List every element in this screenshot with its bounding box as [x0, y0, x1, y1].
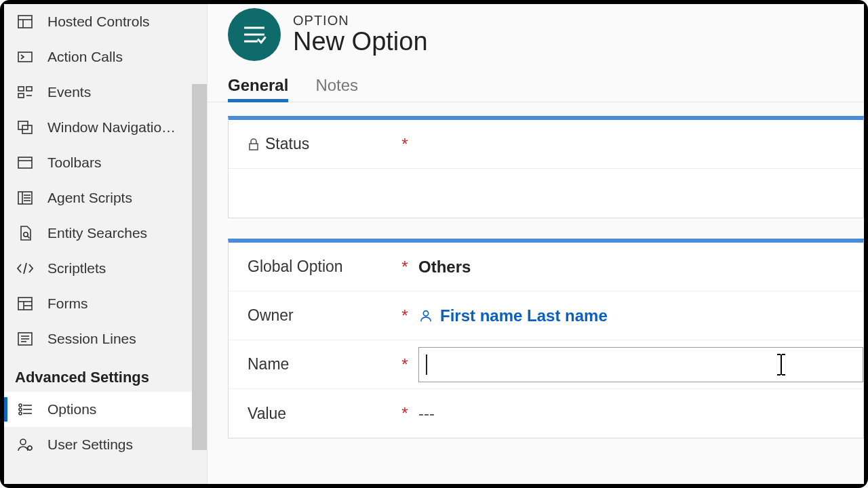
sidebar-list: Hosted Controls Action Calls Events Wind… [4, 4, 207, 357]
sidebar-item-label: Action Calls [47, 49, 123, 65]
svg-rect-5 [26, 87, 32, 91]
sidebar-item-options[interactable]: Options [4, 392, 207, 427]
panel-details: Global Option * Others Owner * First nam… [228, 239, 864, 439]
required-marker: * [395, 258, 414, 277]
sidebar-item-session-lines[interactable]: Session Lines [4, 321, 207, 357]
field-row-owner: Owner * First name Last name [229, 291, 863, 340]
sidebar-item-toolbars[interactable]: Toolbars [4, 145, 207, 180]
field-label-value: Value [248, 405, 395, 423]
field-label-global-option: Global Option [248, 258, 395, 276]
field-label-text: Status [265, 135, 309, 153]
svg-point-32 [19, 412, 22, 415]
field-row-global-option: Global Option * Others [229, 243, 863, 291]
svg-point-28 [19, 404, 22, 407]
svg-rect-4 [18, 87, 24, 91]
field-label-owner: Owner [248, 306, 395, 325]
sidebar-item-label: Events [47, 84, 91, 100]
svg-point-17 [24, 232, 28, 237]
sidebar-item-action-calls[interactable]: Action Calls [4, 39, 207, 75]
field-value-owner[interactable]: First name Last name [414, 306, 863, 325]
sidebar: Hosted Controls Action Calls Events Wind… [4, 4, 208, 484]
action-calls-icon [16, 49, 34, 65]
svg-point-30 [19, 408, 22, 411]
tabs: General Notes [208, 72, 864, 102]
required-marker: * [395, 404, 414, 423]
scriptlets-icon [16, 260, 34, 277]
svg-rect-6 [18, 94, 24, 98]
field-row-value: Value * --- [229, 389, 863, 438]
sidebar-item-label: Toolbars [47, 155, 101, 171]
name-input[interactable] [418, 347, 863, 382]
sidebar-item-label: Agent Scripts [47, 190, 132, 206]
session-lines-icon [16, 331, 34, 347]
sidebar-item-window-navigation[interactable]: Window Navigatio… [4, 110, 207, 145]
panel-status: Status * [228, 116, 864, 218]
required-marker: * [395, 355, 414, 374]
text-cursor-icon [774, 353, 788, 376]
sidebar-item-label: Scriptlets [47, 260, 106, 277]
sidebar-item-events[interactable]: Events [4, 75, 207, 110]
text-caret [426, 354, 427, 375]
svg-point-34 [20, 439, 26, 445]
sidebar-item-forms[interactable]: Forms [4, 286, 207, 321]
agent-scripts-icon [16, 190, 34, 206]
page-title: New Option [293, 27, 428, 56]
record-header: OPTION New Option [208, 4, 864, 72]
hosted-controls-icon [16, 14, 34, 30]
person-icon [418, 308, 433, 323]
svg-rect-10 [18, 157, 32, 168]
sidebar-item-label: Entity Searches [47, 225, 147, 241]
svg-line-19 [24, 263, 26, 274]
sidebar-item-label: User Settings [47, 436, 133, 453]
required-marker: * [395, 306, 414, 325]
header-text: OPTION New Option [293, 13, 428, 56]
sidebar-item-label: Window Navigatio… [47, 119, 176, 136]
sidebar-item-entity-searches[interactable]: Entity Searches [4, 216, 207, 251]
tab-notes[interactable]: Notes [315, 72, 358, 102]
main-area: OPTION New Option General Notes Status * [208, 4, 864, 484]
user-settings-icon [16, 436, 34, 453]
sidebar-item-label: Options [47, 401, 96, 418]
svg-rect-20 [18, 298, 32, 310]
forms-icon [16, 296, 34, 312]
entity-badge-icon [228, 8, 281, 61]
toolbars-icon [16, 155, 34, 171]
field-label-name: Name [248, 355, 395, 373]
sidebar-item-label: Session Lines [47, 331, 136, 347]
svg-rect-3 [18, 52, 32, 62]
events-icon [16, 84, 34, 100]
sidebar-item-label: Hosted Controls [47, 14, 150, 30]
lock-icon [248, 138, 260, 151]
form-content: Status * Global Option * Others Owner * [208, 102, 864, 484]
sidebar-item-scriptlets[interactable]: Scriptlets [4, 251, 207, 286]
sidebar-item-user-settings[interactable]: User Settings [4, 427, 207, 462]
options-icon [16, 401, 34, 418]
owner-name: First name Last name [440, 306, 608, 325]
svg-rect-0 [18, 16, 32, 28]
panel-spacer [229, 169, 863, 218]
svg-rect-43 [250, 144, 258, 150]
svg-line-18 [28, 237, 30, 239]
field-value-name-wrap [414, 347, 863, 382]
field-value-value[interactable]: --- [414, 404, 863, 423]
sidebar-item-hosted-controls[interactable]: Hosted Controls [4, 4, 207, 39]
field-label-status: Status [248, 135, 395, 153]
field-row-name: Name * [229, 340, 863, 389]
window-navigation-icon [16, 119, 34, 136]
entity-searches-icon [16, 225, 34, 241]
required-marker: * [395, 135, 414, 154]
sidebar-item-label: Forms [47, 296, 88, 312]
field-row-status: Status * [229, 120, 863, 169]
sidebar-item-agent-scripts[interactable]: Agent Scripts [4, 180, 207, 216]
field-value-global-option[interactable]: Others [414, 258, 863, 277]
svg-point-35 [28, 446, 32, 450]
app-frame: Hosted Controls Action Calls Events Wind… [0, 0, 868, 488]
sidebar-scrollbar[interactable] [192, 84, 207, 450]
entity-type-label: OPTION [293, 13, 428, 28]
tab-general[interactable]: General [228, 72, 288, 102]
sidebar-heading-advanced: Advanced Settings [4, 357, 207, 392]
svg-point-44 [423, 310, 428, 315]
